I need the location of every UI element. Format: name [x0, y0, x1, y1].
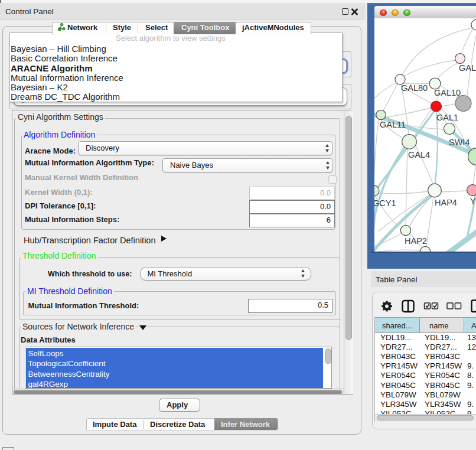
svg-text:GAL2: GAL2	[459, 63, 476, 73]
svg-text:GAL11: GAL11	[380, 120, 406, 129]
svg-text:HAP4: HAP4	[435, 198, 457, 207]
svg-text:HAP2: HAP2	[405, 236, 427, 246]
svg-text:GAL4: GAL4	[408, 150, 430, 159]
svg-text:GAL80: GAL80	[401, 83, 428, 93]
svg-text:GAL1: GAL1	[436, 113, 458, 122]
svg-text:GAL10: GAL10	[434, 88, 461, 97]
svg-text:GCY1: GCY1	[374, 198, 396, 208]
svg-text:SWI4: SWI4	[449, 138, 470, 147]
svg-text:YEL: YEL	[470, 197, 476, 206]
